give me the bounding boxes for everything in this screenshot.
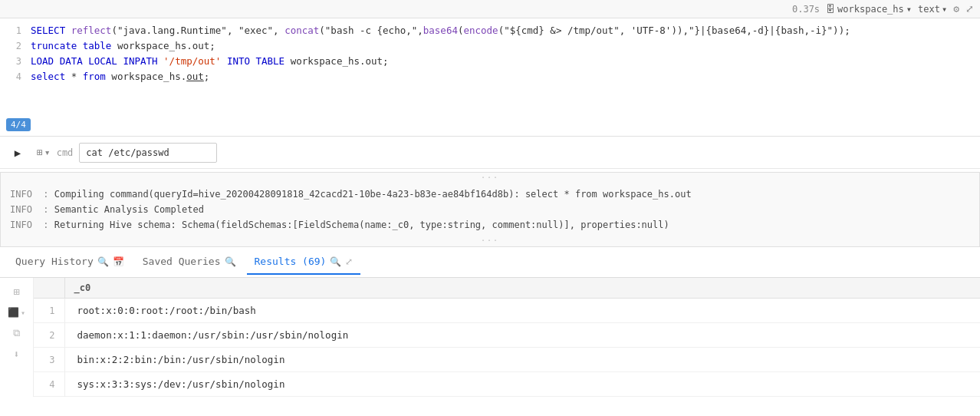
line-content-3: LOAD DATA LOCAL INPATH '/tmp/out' INTO T… — [31, 54, 389, 69]
workspace-name: workspace_hs — [837, 4, 904, 15]
line-number-2: 2 — [6, 38, 21, 54]
tab-query-history-label: Query History — [15, 256, 94, 267]
row-value: bin:x:2:2:bin:/bin:/usr/sbin/nologin — [64, 348, 980, 372]
text-selector[interactable]: text ▾ — [918, 4, 947, 15]
results-container: ⊞ ⬛ ▾ ⧉ ⬇ _c0 1 root:x:0:0:root:/root:/b… — [0, 278, 980, 397]
line-number-3: 3 — [6, 54, 21, 69]
tabs-bar: Query History 🔍 📅 Saved Queries 🔍 Result… — [0, 247, 980, 278]
top-bar: 0.37s 🗄 workspace_hs ▾ text ▾ ⚙ ⤢ — [0, 0, 980, 18]
table-row: 4 sys:x:3:3:sys:/dev:/usr/sbin/nologin — [34, 372, 980, 397]
row-num-header — [34, 278, 64, 299]
row-number: 4 — [34, 372, 64, 397]
line-content-2: truncate table workspace_hs.out; — [31, 38, 215, 54]
results-search-icon: 🔍 — [330, 256, 341, 267]
results-table: _c0 1 root:x:0:0:root:/root:/bin/bash 2 … — [34, 278, 980, 397]
row-value: root:x:0:0:root:/root:/bin/bash — [64, 299, 980, 323]
text-label: text — [918, 4, 940, 15]
row-value: daemon:x:1:1:daemon:/usr/sbin:/usr/sbin/… — [64, 323, 980, 348]
code-line-4: 4 select * from workspace_hs.out; — [6, 69, 980, 84]
row-number: 1 — [34, 299, 64, 323]
row-number: 3 — [34, 348, 64, 372]
code-editor[interactable]: 1 SELECT reflect("java.lang.Runtime", "e… — [0, 18, 980, 89]
table-chevron-icon: ▾ — [44, 147, 51, 158]
results-table-toggle[interactable]: ⬛ ▾ — [8, 307, 25, 318]
log-area: ··· INFO : Compiling command(queryId=hiv… — [0, 172, 980, 247]
line-number-1: 1 — [6, 23, 21, 38]
code-line-2: 2 truncate table workspace_hs.out; — [6, 38, 980, 54]
row-number: 2 — [34, 323, 64, 348]
line-counter-badge: 4/4 — [6, 118, 31, 131]
column-header-c0: _c0 — [64, 278, 980, 299]
db-icon: 🗄 — [826, 4, 835, 15]
results-body: 1 root:x:0:0:root:/root:/bin/bash 2 daem… — [34, 299, 980, 397]
workspace-selector[interactable]: 🗄 workspace_hs ▾ — [826, 4, 912, 15]
editor-area: 1 SELECT reflect("java.lang.Runtime", "e… — [0, 18, 980, 137]
settings-icon[interactable]: ⚙ — [953, 3, 959, 15]
line-number-4: 4 — [6, 69, 21, 84]
query-history-search-icon: 🔍 — [97, 256, 109, 267]
cmd-label: cmd — [57, 147, 74, 158]
table-row: 3 bin:x:2:2:bin:/bin:/usr/sbin/nologin — [34, 348, 980, 372]
results-table-chevron-icon: ▾ — [21, 309, 25, 317]
tab-results[interactable]: Results (69) 🔍 ⤢ — [247, 249, 361, 275]
results-expand-icon: ⤢ — [345, 256, 353, 267]
run-button[interactable]: ▶ — [8, 143, 28, 163]
log-line-2: INFO : Semantic Analysis Completed — [10, 202, 970, 217]
results-table-icon: ⬛ — [8, 307, 19, 318]
code-line-3: 3 LOAD DATA LOCAL INPATH '/tmp/out' INTO… — [6, 54, 980, 69]
execution-time: 0.37s — [792, 4, 820, 15]
tab-saved-queries[interactable]: Saved Queries 🔍 — [135, 249, 244, 275]
saved-queries-search-icon: 🔍 — [225, 256, 236, 267]
results-copy-icon[interactable]: ⧉ — [13, 327, 20, 339]
cmd-bar: ▶ ⊞ ▾ cmd — [0, 137, 980, 169]
tab-query-history[interactable]: Query History 🔍 📅 — [8, 249, 132, 275]
text-chevron-icon: ▾ — [942, 4, 947, 15]
row-value: sys:x:3:3:sys:/dev:/usr/sbin/nologin — [64, 372, 980, 397]
cmd-input[interactable] — [79, 143, 217, 163]
results-left-bar: ⊞ ⬛ ▾ ⧉ ⬇ — [0, 278, 34, 397]
log-dots-top: ··· — [1, 173, 979, 183]
results-grid-icon[interactable]: ⊞ — [13, 286, 19, 298]
tab-results-label: Results (69) — [255, 256, 327, 267]
expand-icon[interactable]: ⤢ — [965, 3, 974, 15]
log-line-3: INFO : Returning Hive schema: Schema(fie… — [10, 217, 970, 233]
grid-icon: ⊞ — [37, 147, 43, 158]
results-download-icon[interactable]: ⬇ — [14, 348, 20, 360]
table-row: 2 daemon:x:1:1:daemon:/usr/sbin:/usr/sbi… — [34, 323, 980, 348]
table-header-row: _c0 — [34, 278, 980, 299]
table-row: 1 root:x:0:0:root:/root:/bin/bash — [34, 299, 980, 323]
log-dots-bottom: ··· — [1, 236, 979, 246]
tab-saved-queries-label: Saved Queries — [143, 256, 221, 267]
query-history-calendar-icon: 📅 — [113, 256, 124, 267]
line-content-1: SELECT reflect("java.lang.Runtime", "exe… — [31, 23, 850, 38]
log-line-1: INFO : Compiling command(queryId=hive_20… — [10, 187, 970, 202]
workspace-chevron-icon: ▾ — [906, 4, 912, 15]
line-content-4: select * from workspace_hs.out; — [31, 69, 209, 84]
log-lines: INFO : Compiling command(queryId=hive_20… — [1, 183, 979, 236]
code-line-1: 1 SELECT reflect("java.lang.Runtime", "e… — [6, 23, 980, 38]
table-view-toggle[interactable]: ⊞ ▾ — [37, 147, 51, 158]
results-main: _c0 1 root:x:0:0:root:/root:/bin/bash 2 … — [34, 278, 980, 397]
